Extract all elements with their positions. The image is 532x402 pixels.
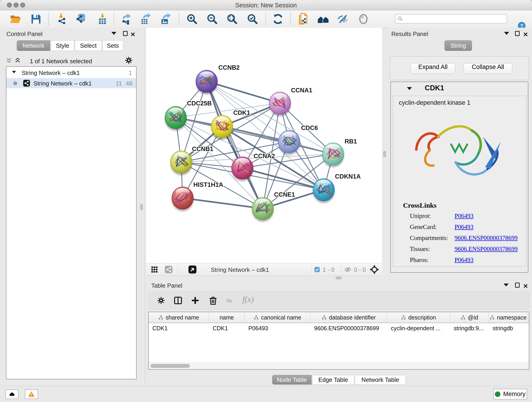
refresh-icon[interactable] — [272, 13, 284, 25]
collapse-panel-icon[interactable] — [111, 32, 116, 35]
column-header-shared-name[interactable]: shared name — [149, 312, 209, 323]
export-network-icon[interactable] — [120, 13, 132, 25]
zoom-out-icon[interactable] — [206, 13, 218, 25]
collapse-panel-icon[interactable] — [504, 283, 509, 287]
table-cell[interactable]: CDK1 — [209, 323, 245, 334]
network-node-CDKN1A[interactable] — [313, 179, 335, 203]
crosslink-value-link[interactable]: 9606.ENSP00000378699 — [455, 245, 518, 253]
table-cell[interactable]: cyclin-dependent ... — [387, 323, 450, 334]
column-header-database-identifier[interactable]: database identifier — [310, 312, 387, 323]
table-cell[interactable]: CDK1 — [149, 323, 209, 334]
float-panel-icon[interactable] — [515, 31, 520, 36]
fit-content-crosshair-icon[interactable] — [370, 265, 379, 274]
tab-string[interactable]: String — [444, 40, 472, 51]
tab-select[interactable]: Select — [75, 40, 102, 51]
show-grid-icon[interactable] — [151, 266, 158, 273]
network-node-CDK1[interactable] — [211, 115, 233, 140]
network-node-CDC25B[interactable] — [165, 106, 186, 131]
tab-sets[interactable]: Sets — [102, 40, 123, 51]
network-row-selected[interactable]: String Network – cdk1 11 48 — [6, 78, 136, 88]
column-header--id[interactable]: @id — [450, 312, 489, 323]
zoom-in-icon[interactable] — [186, 13, 198, 25]
cloud-status-button[interactable] — [5, 389, 19, 399]
attribute-tree-icon — [254, 315, 259, 320]
homes-icon[interactable] — [317, 13, 329, 25]
selected-count-checkbox-icon[interactable] — [314, 267, 320, 273]
search-box[interactable] — [395, 14, 507, 24]
network-node-CCNB2[interactable] — [196, 70, 217, 95]
add-column-icon[interactable] — [191, 296, 199, 305]
table-row[interactable]: CDK1CDK1P064939606.ENSP00000378699cyclin… — [149, 323, 529, 334]
export-table-icon[interactable] — [140, 13, 152, 25]
tab-style[interactable]: Style — [51, 40, 74, 51]
collapse-panel-icon[interactable] — [504, 32, 509, 35]
splitter-handle[interactable] — [140, 204, 143, 210]
float-panel-icon[interactable] — [515, 283, 520, 288]
crosslink-value-link[interactable]: P06493 — [455, 212, 474, 220]
splitter-handle[interactable] — [336, 276, 342, 279]
collection-caret-down-icon[interactable] — [12, 71, 16, 73]
protein-section-caret-icon[interactable] — [407, 87, 412, 90]
tab-edge-table[interactable]: Edge Table — [312, 375, 354, 385]
string-view-icon[interactable] — [165, 265, 173, 274]
splitter-handle[interactable] — [383, 151, 386, 157]
column-header-name[interactable]: name — [209, 312, 245, 323]
import-database-icon[interactable] — [75, 13, 87, 25]
network-node-CCNA1[interactable] — [269, 92, 291, 116]
table-cell[interactable]: stringdb — [489, 323, 527, 334]
table-cell[interactable]: stringdb:9... — [450, 323, 489, 334]
network-node-CCNB1[interactable] — [171, 151, 192, 175]
import-network-icon[interactable] — [56, 13, 68, 25]
share-document-icon[interactable] — [297, 13, 309, 25]
zoom-selected-icon[interactable] — [247, 13, 259, 25]
tab-sets-label: Sets — [107, 42, 119, 49]
birdseye-view-icon[interactable] — [188, 265, 197, 274]
hide-unhide-icon[interactable] — [337, 13, 349, 25]
close-panel-icon[interactable]: × — [523, 283, 528, 288]
crosslink-value-link[interactable]: 9606.ENSP00000378699 — [455, 235, 518, 242]
delete-column-trash-icon[interactable] — [209, 296, 218, 305]
hidden-count-eye-icon[interactable] — [344, 266, 351, 273]
float-panel-icon[interactable] — [123, 31, 128, 36]
collapse-all-button[interactable]: Collapse All — [463, 63, 512, 74]
column-header-namespace[interactable]: namespace — [489, 312, 527, 323]
close-panel-icon[interactable]: × — [131, 32, 135, 37]
network-node-CCNE1[interactable] — [252, 197, 273, 222]
tab-network-table[interactable]: Network Table — [355, 375, 406, 385]
column-header-description[interactable]: description — [387, 312, 450, 323]
save-icon[interactable] — [30, 13, 42, 25]
import-table-icon[interactable] — [96, 13, 108, 25]
column-header-canonical-name[interactable]: canonical name — [245, 312, 310, 323]
horizontal-scrollbar[interactable] — [149, 363, 529, 369]
close-panel-icon[interactable]: × — [523, 32, 528, 37]
table-cell[interactable]: 9606.ENSP00000378699 — [310, 323, 387, 334]
attribute-tree-icon — [401, 315, 406, 320]
crosslink-value-link[interactable]: P06493 — [455, 256, 474, 264]
network-node-CCNA2[interactable] — [232, 157, 253, 181]
open-folder-icon[interactable] — [10, 13, 22, 25]
network-graph[interactable]: CCNB2CCNA1CDC25BCDK1CDC6RB1CCNB1CCNA2CDK… — [146, 28, 382, 263]
network-collection-row[interactable]: String Network – cdk1 1 — [6, 68, 136, 78]
collapse-all-networks-icon[interactable] — [6, 57, 12, 64]
network-node-RB1[interactable] — [322, 143, 344, 167]
memory-button[interactable]: Memory — [493, 389, 527, 400]
export-image-icon[interactable] — [160, 13, 172, 25]
network-node-HIST1H1A[interactable] — [172, 187, 193, 211]
expand-all-button[interactable]: Expand All — [411, 63, 455, 74]
tab-network[interactable]: Network — [17, 40, 50, 51]
show-columns-icon[interactable] — [174, 296, 182, 305]
network-options-gear-icon[interactable] — [125, 56, 133, 64]
network-view-canvas[interactable]: CCNB2CCNA1CDC25BCDK1CDC6RB1CCNB1CCNA2CDK… — [146, 28, 382, 263]
zoom-fit-icon[interactable] — [226, 13, 238, 25]
table-gear-icon[interactable] — [157, 297, 165, 304]
crosslink-value-link[interactable]: P06493 — [455, 223, 474, 230]
toggle-eye-icon[interactable] — [357, 13, 369, 25]
tab-node-table[interactable]: Node Table — [272, 375, 312, 385]
scrollbar-thumb[interactable] — [151, 364, 190, 368]
expand-all-networks-icon[interactable] — [14, 57, 21, 64]
table-cell[interactable]: P06493 — [245, 323, 310, 334]
node-label-CCNB1: CCNB1 — [192, 146, 213, 153]
network-node-CDC6[interactable] — [278, 130, 300, 155]
warnings-button[interactable] — [25, 389, 38, 399]
search-input[interactable] — [405, 15, 504, 23]
